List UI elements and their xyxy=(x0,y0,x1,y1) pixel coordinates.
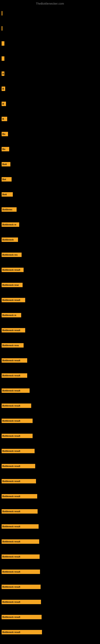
bar-label: Bottleneck result xyxy=(2,601,20,603)
bar: B xyxy=(1,117,7,121)
bar-label: Bott xyxy=(2,163,7,166)
bar-label: Bottleneck result xyxy=(2,556,20,558)
bar: Bottleneck result xyxy=(1,615,42,619)
bar: Bottleneck result xyxy=(1,418,33,423)
bar-label: Bottleneck result xyxy=(2,616,20,618)
bar-item: Bot xyxy=(1,177,12,182)
bar-label: Bottleneck res xyxy=(2,254,18,256)
bar: Bottleneck result xyxy=(1,358,27,363)
bar-label: Bottleneck result xyxy=(2,631,20,633)
bar: Bottleneck result xyxy=(1,479,36,484)
bar: Bottleneck re xyxy=(1,313,21,317)
bar xyxy=(1,26,2,30)
bar-label: Bottleneck result xyxy=(2,359,20,362)
bar-label: Bottleneck result xyxy=(2,525,20,528)
bar-label: B xyxy=(2,118,4,120)
bar: Bottleneck result xyxy=(1,388,30,393)
bar-label: Bottleneck result xyxy=(2,586,20,588)
bar: B xyxy=(1,86,5,91)
bar: Bottleneck xyxy=(1,238,18,242)
bar-item: Bott xyxy=(1,192,13,196)
bar: Bottleneck result xyxy=(1,494,37,498)
bar: Bottlenec xyxy=(1,207,17,212)
site-title: TheBottlenecker.com xyxy=(0,0,100,6)
bar-label: B xyxy=(2,72,4,75)
bar-label: Bottleneck result xyxy=(2,465,20,467)
bar: Bottleneck re xyxy=(1,222,19,227)
bar-item: Bottleneck re xyxy=(1,313,21,317)
bar-label: B xyxy=(2,103,4,105)
bar: Bottleneck result xyxy=(1,464,35,468)
bar-item: Bottleneck result xyxy=(1,388,30,393)
bar: Bott xyxy=(1,192,13,196)
bar-label: Bottleneck result xyxy=(2,374,20,377)
bar-label: Bottleneck result xyxy=(2,540,20,543)
bar: Bottleneck result xyxy=(1,524,39,529)
bar-item: Bottleneck result xyxy=(1,524,39,529)
bar-item: Bottleneck re xyxy=(1,222,19,227)
bar-item xyxy=(1,41,4,46)
bar: Bottleneck result xyxy=(1,373,27,378)
bar-item: Bottleneck result xyxy=(1,539,39,544)
bar-label: Bottleneck result xyxy=(2,269,20,271)
bar-label: Bottleneck re xyxy=(2,314,16,316)
bar-item: Bott xyxy=(1,162,10,166)
bar: Bottleneck result xyxy=(1,328,25,332)
bar: Bottleneck result xyxy=(1,509,38,514)
bar-item: Bo xyxy=(1,132,8,136)
bar-item: Bottleneck resu xyxy=(1,343,24,348)
bar-item: B xyxy=(1,117,7,121)
bar: Bottleneck result xyxy=(1,585,41,589)
bar-item: Bottleneck result xyxy=(1,585,41,589)
bar-label: Bottleneck result xyxy=(2,390,20,392)
bar-label: Bottleneck rese xyxy=(2,284,19,286)
bar-label: Bott xyxy=(2,193,7,196)
bar-label: Bottlenec xyxy=(2,208,12,211)
bar-item: Bottleneck xyxy=(1,238,18,242)
bar-item: B xyxy=(1,102,6,106)
bar xyxy=(1,56,4,61)
bar-item: Bottleneck result xyxy=(1,509,38,514)
bar-label: Bottleneck result xyxy=(2,420,20,422)
bar-item: Bottleneck result xyxy=(1,434,33,438)
bar-item: Bottleneck result xyxy=(1,554,40,559)
bar-label: Bottleneck result xyxy=(2,329,20,332)
bar-item: Bo xyxy=(1,147,9,151)
bar-label: Bottleneck result xyxy=(2,404,20,407)
bar: Bott xyxy=(1,162,10,166)
bar: Bottleneck result xyxy=(1,554,40,559)
bar-item: Bottleneck result xyxy=(1,630,42,634)
bar-label: Bottleneck result xyxy=(2,435,20,437)
bar: Bot xyxy=(1,177,12,182)
bar-label: Bottleneck resu xyxy=(2,344,19,346)
bar-item: Bottleneck result xyxy=(1,298,25,302)
bar: Bottleneck result xyxy=(1,570,40,574)
bar-item xyxy=(1,56,4,61)
bar-item: Bottleneck result xyxy=(1,449,35,453)
bar-label: Bottleneck result xyxy=(2,299,20,301)
bar-item: Bottleneck result xyxy=(1,404,31,408)
bar: Bo xyxy=(1,132,8,136)
bar-label: Bo xyxy=(2,133,5,135)
bar xyxy=(1,11,2,16)
bar-item: B xyxy=(1,86,5,91)
chart-area: TheBottlenecker.com BBBBBoBoBottBotBottB… xyxy=(0,0,100,644)
bar-item: Bottleneck result xyxy=(1,570,40,574)
bar-label: B xyxy=(2,88,4,90)
bar: Bottleneck result xyxy=(1,268,24,272)
bar-label: Bottleneck result xyxy=(2,480,20,482)
bar-item: Bottleneck result xyxy=(1,373,27,378)
bar-label: Bottleneck result xyxy=(2,570,20,573)
bar: Bottleneck result xyxy=(1,434,33,438)
bar: Bottleneck result xyxy=(1,449,35,453)
bar-item: Bottleneck result xyxy=(1,615,42,619)
bar: Bottleneck result xyxy=(1,600,41,604)
bar-label: Bottleneck xyxy=(2,238,14,241)
bar: Bottleneck result xyxy=(1,630,42,634)
bar-label: Bo xyxy=(2,148,5,150)
bar: B xyxy=(1,102,6,106)
bar-item: Bottleneck result xyxy=(1,268,24,272)
bar-item: Bottleneck result xyxy=(1,600,41,604)
bar-item: Bottleneck res xyxy=(1,252,22,257)
bar-item: Bottleneck result xyxy=(1,418,33,423)
